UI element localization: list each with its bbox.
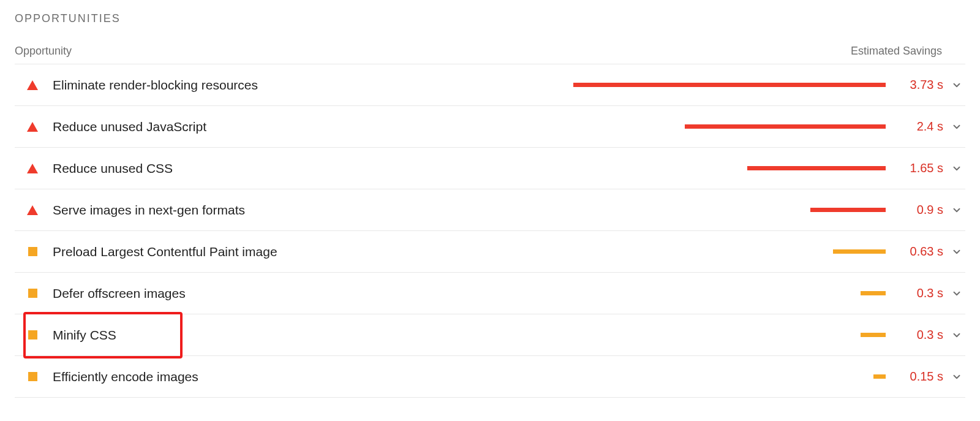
opportunities-header: Opportunity Estimated Savings [15, 45, 965, 58]
chevron-down-icon[interactable] [948, 121, 965, 132]
chevron-down-icon[interactable] [948, 288, 965, 299]
savings-value: 0.15 s [891, 370, 943, 384]
chevron-down-icon[interactable] [948, 371, 965, 382]
savings-value: 1.65 s [891, 161, 943, 175]
header-savings-label: Estimated Savings [851, 45, 965, 58]
savings-value: 0.9 s [891, 203, 943, 217]
savings-bar [129, 333, 886, 337]
savings-bar [185, 166, 886, 170]
savings-value: 0.63 s [891, 245, 943, 259]
square-icon [26, 330, 39, 339]
header-opportunity-label: Opportunity [15, 45, 72, 58]
square-icon [26, 289, 39, 298]
chevron-down-icon[interactable] [948, 330, 965, 341]
opportunity-row[interactable]: Preload Largest Contentful Paint image0.… [15, 231, 965, 273]
triangle-icon [26, 164, 39, 173]
square-icon [26, 247, 39, 256]
opportunity-row[interactable]: Reduce unused CSS1.65 s [15, 148, 965, 189]
savings-bar [270, 83, 886, 87]
savings-bar [198, 291, 886, 295]
opportunity-row[interactable]: Efficiently encode images0.15 s [15, 356, 965, 398]
opportunity-label: Serve images in next-gen formats [53, 203, 245, 218]
savings-bar [219, 124, 886, 129]
opportunity-label: Reduce unused JavaScript [53, 119, 206, 134]
opportunity-label: Preload Largest Contentful Paint image [53, 245, 277, 259]
opportunities-list: Eliminate render-blocking resources3.73 … [15, 64, 965, 398]
savings-bar [211, 374, 886, 379]
triangle-icon [26, 80, 39, 90]
opportunity-row[interactable]: Serve images in next-gen formats0.9 s [15, 189, 965, 231]
savings-value: 0.3 s [891, 328, 943, 342]
savings-bar [257, 208, 886, 212]
savings-value: 0.3 s [891, 286, 943, 300]
opportunity-label: Efficiently encode images [53, 370, 198, 384]
savings-value: 2.4 s [891, 119, 943, 134]
triangle-icon [26, 205, 39, 215]
chevron-down-icon[interactable] [948, 246, 965, 257]
section-title: OPPORTUNITIES [15, 12, 965, 25]
opportunity-row[interactable]: Reduce unused JavaScript2.4 s [15, 106, 965, 148]
triangle-icon [26, 122, 39, 132]
savings-bar [290, 249, 886, 254]
chevron-down-icon[interactable] [948, 205, 965, 216]
opportunity-label: Reduce unused CSS [53, 161, 173, 176]
opportunity-label: Defer offscreen images [53, 286, 186, 301]
opportunity-label: Minify CSS [53, 328, 116, 343]
opportunity-row[interactable]: Eliminate render-blocking resources3.73 … [15, 64, 965, 106]
chevron-down-icon[interactable] [948, 80, 965, 91]
savings-value: 3.73 s [891, 78, 943, 92]
opportunity-row[interactable]: Minify CSS0.3 s [15, 314, 965, 356]
opportunity-label: Eliminate render-blocking resources [53, 78, 258, 93]
opportunity-row[interactable]: Defer offscreen images0.3 s [15, 273, 965, 314]
chevron-down-icon[interactable] [948, 163, 965, 174]
square-icon [26, 372, 39, 381]
